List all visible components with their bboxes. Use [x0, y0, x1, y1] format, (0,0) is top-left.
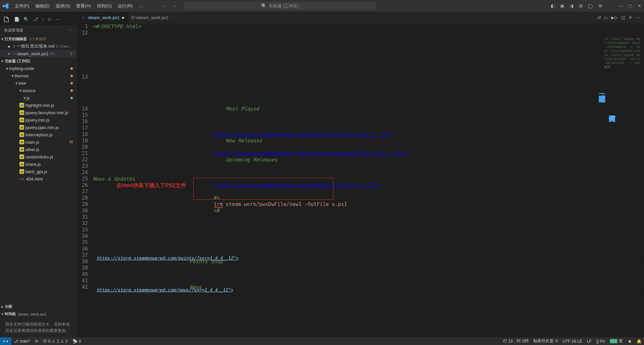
menu-file[interactable]: 文件(F) — [12, 2, 32, 10]
minimap[interactable]: <a class="popup_menu_item tight" href="?… — [604, 37, 640, 337]
open-editors-label: 打开的编辑器 — [5, 37, 27, 42]
tree-file[interactable]: JS jquery.pjax.min.js — [0, 124, 76, 131]
compare-icon[interactable]: ⇄ — [597, 15, 601, 20]
git-status-dot — [70, 89, 73, 92]
open-editor-item[interactable]: ● # 一枝红杏出墙来.md C:\User... — [0, 43, 76, 50]
menu-select[interactable]: 选择(S) — [53, 2, 73, 10]
feedback-icon[interactable]: ☻ — [625, 339, 634, 344]
tree-folder[interactable]: ▾tree — [0, 79, 76, 87]
powershell-icon: ≻ — [80, 15, 86, 20]
problems[interactable]: ⓧ0 ⚠2 ⚠2 — [41, 338, 70, 344]
code-content[interactable]: <#!DOCTYPE html> Most Played https:/ — [93, 23, 644, 337]
chevron-right-icon: ▸ — [1, 304, 3, 309]
close-icon[interactable]: × — [7, 51, 11, 56]
command-center[interactable]: 🔍 无标题 (工作区) — [184, 2, 376, 10]
tree-label: js — [26, 95, 30, 100]
tree-label: jquery.min.js — [25, 118, 50, 123]
ime-indicator[interactable]: FLY 英 — [607, 338, 626, 344]
run-debug-icon[interactable]: ▷ — [48, 17, 52, 22]
outline-header[interactable]: ▸ 大纲 — [0, 303, 76, 310]
more-icon[interactable]: ⋯ — [56, 17, 60, 22]
tab-active[interactable]: ≻ steam_work.ps1 ● — [76, 12, 129, 23]
git-status-dot — [70, 97, 73, 99]
tree-label: themes — [14, 73, 29, 78]
sidebar-title-label: 资源管理器 — [4, 28, 23, 33]
timeline-header[interactable]: ▾ 时间线 steam_work.ps1 — [0, 310, 76, 318]
chevron-icon: ▾ — [15, 81, 18, 86]
layout-panel-icon[interactable]: ▣ — [560, 3, 564, 8]
js-icon: JS — [19, 147, 24, 152]
more-actions-icon[interactable]: ⋯ — [636, 15, 640, 20]
layout-secondary-icon[interactable]: ◨ — [570, 3, 574, 8]
account-icon[interactable]: ◯ — [588, 3, 593, 8]
code-editor[interactable]: 1121314151617181920212223242526272829303… — [76, 23, 644, 337]
open-editor-item[interactable]: × ≻ steam_work.ps1 D:\ 1 — [0, 50, 76, 57]
open-editors-header[interactable]: ▾ 打开的编辑器 1个未保存 — [0, 35, 76, 43]
remote-indicator[interactable] — [0, 337, 11, 345]
tree-label: jquery.pjax.min.js — [25, 125, 59, 130]
eol[interactable]: LF — [585, 339, 594, 344]
tree-file[interactable]: JS other.js — [0, 146, 76, 153]
tree-file[interactable]: JS highlight.min.js — [0, 101, 76, 109]
menu-edit[interactable]: 编辑(E) — [33, 2, 52, 10]
sidebar-more-icon[interactable]: ⋯ — [68, 28, 72, 32]
tree-label: highlight.min.js — [25, 103, 54, 108]
file-path: C:\User... — [56, 44, 71, 48]
upload-icon[interactable]: ↑ — [42, 17, 44, 22]
source-control-icon[interactable]: ⎇ — [33, 17, 38, 22]
dirty-dot[interactable]: ● — [7, 44, 11, 49]
close-editor-icon[interactable]: ✕ — [629, 15, 632, 20]
indent[interactable]: 制表符长度: 4 — [531, 338, 560, 344]
breadcrumb[interactable]: D:\steam_work.ps1 — [131, 15, 169, 20]
js-icon: JS — [19, 169, 24, 174]
tree-file[interactable]: JS main.jsM — [0, 138, 76, 146]
file-icon: ≻ — [11, 51, 17, 56]
editor-actions: ⇄ ▷ ▶▷ ◫ ✕ ⋯ — [597, 15, 644, 20]
search-panel-icon[interactable]: 🔍 — [23, 17, 29, 22]
nav-forward-icon[interactable]: → — [172, 3, 176, 8]
tree-file[interactable]: JS share.js — [0, 160, 76, 168]
workspace-header[interactable]: ▾ 无标题 (工作区) — [0, 57, 76, 65]
window-minimize-icon[interactable]: — — [619, 3, 623, 8]
split-editor-icon[interactable]: ◫ — [621, 15, 625, 20]
window-maximize-icon[interactable]: ▢ — [628, 3, 632, 8]
git-sync[interactable]: ⟳ — [33, 339, 41, 344]
js-icon: JS — [19, 140, 24, 144]
encoding[interactable]: UTF-16 LE — [560, 339, 585, 344]
cursor-position[interactable]: 行 13，列 195 — [501, 338, 531, 344]
tree-folder[interactable]: ▾source — [0, 87, 76, 94]
tree-file[interactable]: JS tianli_gpt.js — [0, 168, 76, 175]
warning-icon: ⚠ — [60, 339, 64, 344]
tree-folder[interactable]: ▾js — [0, 94, 76, 101]
menu-more[interactable]: … — [136, 2, 146, 10]
tree-file[interactable]: JS Interception.js — [0, 131, 76, 138]
tree-file[interactable]: JS jquery.min.js — [0, 116, 76, 124]
tree-file[interactable]: JS randomlinks.js — [0, 153, 76, 160]
layout-customize-icon[interactable]: ⊞ — [579, 3, 583, 8]
menu-run[interactable]: 运行(R) — [115, 2, 135, 10]
git-status-dot — [70, 67, 73, 70]
antenna-icon: 📡 — [72, 339, 77, 344]
tree-label: source — [22, 88, 36, 93]
layout-primary-icon[interactable]: ◧ — [551, 3, 555, 8]
explorer-icon[interactable] — [3, 16, 10, 23]
tree-file[interactable]: JS jquery.fancybox.min.js — [0, 109, 76, 116]
run-icon[interactable]: ▷ — [604, 15, 608, 20]
ports[interactable]: 📡0 — [70, 339, 84, 344]
language-mode[interactable]: {} Po — [594, 339, 607, 344]
window-close-icon[interactable]: ✕ — [638, 3, 641, 8]
js-icon: JS — [19, 110, 24, 115]
settings-gear-icon[interactable]: ⚙ — [598, 3, 602, 8]
menu-view[interactable]: 查看(V) — [73, 2, 93, 10]
run-cell-icon[interactable]: ▶▷ — [611, 15, 618, 20]
file-name: steam_work.ps1 — [17, 51, 49, 56]
new-file-icon[interactable]: 📄 — [14, 17, 19, 22]
tree-folder[interactable]: ▾myblog-code — [0, 65, 76, 72]
menu-goto[interactable]: 转到(G) — [94, 2, 115, 10]
outline-label: 大纲 — [5, 304, 12, 309]
tree-file[interactable]: <> 404.html — [0, 175, 76, 183]
tree-folder[interactable]: ▾themes — [0, 72, 76, 79]
notifications-icon[interactable]: 🔔 — [634, 339, 644, 344]
nav-back-icon[interactable]: ← — [162, 3, 166, 8]
git-branch[interactable]: ⎇main* — [11, 339, 33, 344]
